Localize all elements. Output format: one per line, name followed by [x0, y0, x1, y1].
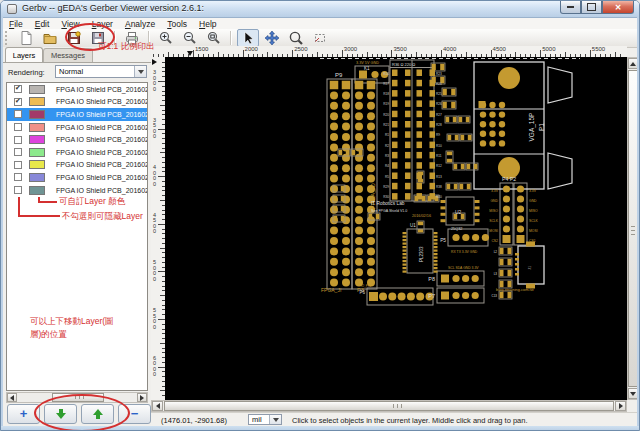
- menu-tools[interactable]: Tools: [161, 19, 193, 29]
- ruler-label: 5 0 0 0: [153, 260, 156, 282]
- scroll-thumb[interactable]: [164, 401, 614, 411]
- zoom-out-button[interactable]: [179, 29, 201, 47]
- zoom-selection-tool-button[interactable]: [285, 29, 307, 47]
- scroll-left-icon[interactable]: [152, 401, 163, 411]
- svg-text:R17: R17: [383, 82, 389, 86]
- scroll-right-icon[interactable]: [137, 393, 147, 402]
- layer-color-swatch[interactable]: [29, 85, 45, 94]
- toolbar-grip[interactable]: [5, 31, 11, 45]
- layer-row[interactable]: FPGA IO Shield PCB_20160225-: [7, 121, 147, 134]
- ruler-label: 4 0 0 0: [153, 165, 156, 187]
- close-button[interactable]: ✕: [602, 1, 634, 14]
- layer-row[interactable]: FPGA IO Shield PCB_20160225-: [7, 171, 147, 184]
- layer-visibility-checkbox[interactable]: [14, 85, 22, 93]
- layer-row[interactable]: FPGA IO Shield PCB_20160225-: [7, 133, 147, 146]
- new-button[interactable]: [15, 29, 37, 47]
- svg-text:3.3V: 3.3V: [491, 189, 499, 193]
- ruler-label: 5500: [592, 46, 605, 52]
- svg-text:R13: R13: [436, 175, 442, 179]
- layer-row[interactable]: FPGA IO Shield PCB_20160225-: [7, 108, 147, 121]
- layer-list[interactable]: FPGA IO Shield PCB_20160225-FPGA IO Shie…: [6, 82, 148, 391]
- measure-tool-button[interactable]: [309, 29, 331, 47]
- menu-help[interactable]: Help: [193, 19, 222, 29]
- layer-visibility-checkbox[interactable]: [14, 98, 22, 106]
- layer-row[interactable]: FPGA IO Shield PCB_20160225-: [7, 159, 147, 172]
- svg-text:R20: R20: [383, 113, 389, 117]
- zoom-in-button[interactable]: [155, 29, 177, 47]
- svg-text:GND: GND: [529, 199, 537, 203]
- svg-text:U2: U2: [455, 209, 462, 215]
- scroll-left-icon[interactable]: [7, 393, 17, 402]
- pcb-rendering: R16R23R17R24R18R25R19R26R20R27R21R28R1R9…: [165, 57, 627, 400]
- svg-text:3.3V: 3.3V: [529, 189, 537, 193]
- ruler-label: 3000: [344, 46, 357, 52]
- menu-file[interactable]: File: [3, 19, 29, 29]
- svg-text:VGA_15P: VGA_15P: [528, 113, 536, 142]
- pointer-tool-button[interactable]: [237, 29, 259, 47]
- svg-text:R16: R16: [383, 72, 389, 76]
- scroll-right-icon[interactable]: [615, 401, 626, 411]
- minimize-button[interactable]: [560, 1, 581, 14]
- zoom-fit-button[interactable]: [203, 29, 225, 47]
- app-icon: [7, 4, 17, 14]
- menu-edit[interactable]: Edit: [29, 19, 56, 29]
- layers-panel: Layers Messages Rendering: Normal FPGA I…: [3, 47, 151, 426]
- layer-color-swatch[interactable]: [29, 135, 45, 144]
- svg-text:3.3V 5V GND: 3.3V 5V GND: [356, 61, 379, 65]
- layer-color-swatch[interactable]: [29, 97, 45, 106]
- layer-name: FPGA IO Shield PCB_20160225-: [56, 187, 148, 194]
- combo-arrow-icon[interactable]: [134, 66, 146, 77]
- open-button[interactable]: [39, 29, 61, 47]
- layer-row[interactable]: FPGA IO Shield PCB_20160225-: [7, 96, 147, 109]
- svg-text:R3: R3: [385, 154, 389, 158]
- layer-row[interactable]: FPGA IO Shield PCB_20160225-: [7, 83, 147, 96]
- layer-visibility-checkbox[interactable]: [14, 148, 22, 156]
- title-bar[interactable]: Gerbv -- gEDA's Gerber Viewer version 2.…: [1, 1, 639, 18]
- ruler-label: 1500: [195, 46, 208, 52]
- status-hint: Click to select objects in the current l…: [292, 416, 528, 425]
- layer-color-swatch[interactable]: [29, 186, 45, 195]
- tab-layers[interactable]: Layers: [5, 47, 43, 62]
- layer-visibility-checkbox[interactable]: [14, 110, 22, 118]
- layer-row[interactable]: FPGA IO Shield PCB_20160225-: [7, 184, 147, 197]
- layer-visibility-checkbox[interactable]: [14, 186, 22, 194]
- ruler-label: 3 0 0 0: [153, 70, 156, 92]
- layer-color-swatch[interactable]: [29, 110, 45, 119]
- ruler-label: 2000: [245, 46, 258, 52]
- svg-text:GND: GND: [490, 199, 498, 203]
- maximize-button[interactable]: [581, 1, 602, 14]
- svg-text:R1: R1: [385, 133, 389, 137]
- svg-text:R40: R40: [436, 195, 442, 199]
- svg-text:R38: R38: [436, 185, 442, 189]
- zoom-fit-icon: [206, 30, 222, 46]
- layer-color-swatch[interactable]: [29, 148, 45, 157]
- layer-visibility-checkbox[interactable]: [14, 161, 22, 169]
- rendering-combo[interactable]: Normal: [55, 65, 147, 78]
- svg-text:R30: R30: [383, 195, 389, 199]
- svg-text:R11: R11: [436, 154, 442, 158]
- layer-visibility-checkbox[interactable]: [14, 173, 22, 181]
- unit-combo[interactable]: mil: [248, 414, 282, 425]
- svg-text:MISO: MISO: [529, 209, 538, 213]
- combo-arrow-icon[interactable]: [269, 415, 281, 424]
- svg-text:SCLK: SCLK: [489, 219, 499, 223]
- layer-color-swatch[interactable]: [29, 123, 45, 132]
- unit-value: mil: [252, 415, 262, 424]
- svg-text:IT Robotics Lab: IT Robotics Lab: [371, 201, 405, 206]
- layer-color-swatch[interactable]: [29, 160, 45, 169]
- svg-text:R18: R18: [383, 92, 389, 96]
- zoom-selection-icon: [288, 30, 304, 46]
- layer-visibility-checkbox[interactable]: [14, 136, 22, 144]
- gerber-canvas[interactable]: R16R23R17R24R18R25R19R26R20R27R21R28R1R9…: [165, 57, 627, 400]
- layer-row[interactable]: FPGA IO Shield PCB_20160225-: [7, 146, 147, 159]
- svg-text:MOSI: MOSI: [529, 229, 538, 233]
- layer-color-swatch[interactable]: [29, 173, 45, 182]
- layer-visibility-checkbox[interactable]: [14, 123, 22, 131]
- svg-text:SCLK: SCLK: [529, 219, 539, 223]
- canvas-hscrollbar[interactable]: [151, 400, 627, 412]
- menu-analyze[interactable]: Analyze: [119, 19, 161, 29]
- pan-tool-button[interactable]: [261, 29, 283, 47]
- svg-text:SCL SDA GND 3.3V: SCL SDA GND 3.3V: [448, 266, 479, 270]
- svg-text:R2: R2: [385, 144, 389, 148]
- svg-text:R5: R5: [385, 175, 389, 179]
